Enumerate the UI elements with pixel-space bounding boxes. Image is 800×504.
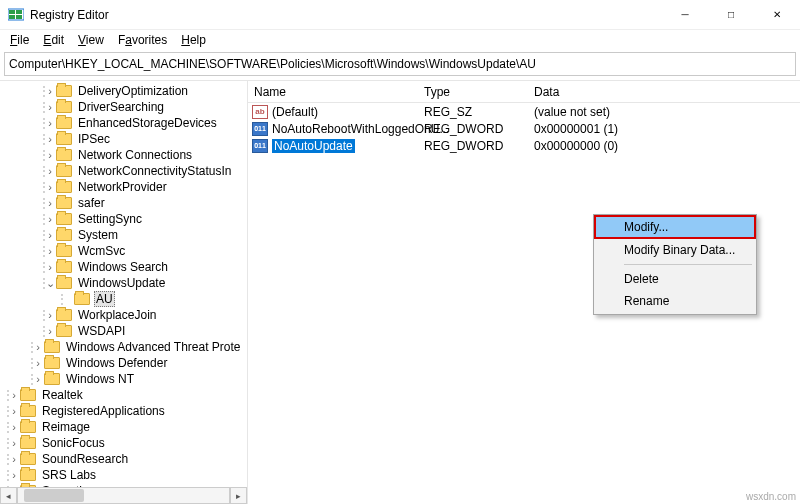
folder-icon	[20, 389, 36, 401]
list-header: Name Type Data	[248, 81, 800, 103]
tree-item[interactable]: ⋮›RegisteredApplications	[0, 403, 247, 419]
folder-icon	[56, 133, 72, 145]
tree-item[interactable]: ⋮›SRS Labs	[0, 467, 247, 483]
folder-icon	[44, 357, 60, 369]
menu-favorites[interactable]: Favorites	[112, 32, 173, 48]
svg-rect-1	[16, 10, 22, 14]
folder-icon	[20, 405, 36, 417]
column-name[interactable]: Name	[248, 85, 418, 99]
menu-view[interactable]: View	[72, 32, 110, 48]
maximize-button[interactable]: □	[708, 0, 754, 30]
title-bar: Registry Editor ─ □ ✕	[0, 0, 800, 30]
window-title: Registry Editor	[30, 8, 662, 22]
folder-icon	[44, 341, 60, 353]
tree-item[interactable]: ⋮›NetworkConnectivityStatusIn	[0, 163, 247, 179]
tree-item[interactable]: ⋮›SettingSync	[0, 211, 247, 227]
folder-icon	[44, 373, 60, 385]
folder-icon	[56, 213, 72, 225]
close-button[interactable]: ✕	[754, 0, 800, 30]
folder-icon	[56, 261, 72, 273]
menu-edit[interactable]: Edit	[37, 32, 70, 48]
tree-item[interactable]: ⋮›DriverSearching	[0, 99, 247, 115]
reg-sz-icon: ab	[252, 105, 268, 119]
folder-icon	[56, 101, 72, 113]
folder-icon	[56, 245, 72, 257]
tree-item[interactable]: ⋮›IPSec	[0, 131, 247, 147]
tree-item[interactable]: ⋮›DeliveryOptimization	[0, 83, 247, 99]
value-row-selected[interactable]: 011NoAutoUpdate REG_DWORD 0x00000000 (0)	[248, 137, 800, 154]
folder-icon	[20, 469, 36, 481]
tree-item[interactable]: ⋮›WSDAPI	[0, 323, 247, 339]
context-menu-separator	[624, 264, 752, 265]
svg-rect-3	[16, 15, 22, 19]
tree-item[interactable]: ⋮›safer	[0, 195, 247, 211]
address-bar[interactable]: Computer\HKEY_LOCAL_MACHINE\SOFTWARE\Pol…	[4, 52, 796, 76]
tree-horizontal-scrollbar[interactable]: ◂ ▸	[0, 487, 247, 504]
folder-icon	[56, 277, 72, 289]
context-menu-modify[interactable]: Modify...	[594, 215, 756, 239]
list-body: ab(Default) REG_SZ (value not set) 011No…	[248, 103, 800, 154]
watermark: wsxdn.com	[746, 491, 796, 502]
tree-item[interactable]: ⋮›Windows Search	[0, 259, 247, 275]
window-controls: ─ □ ✕	[662, 0, 800, 30]
menu-file[interactable]: File	[4, 32, 35, 48]
address-text: Computer\HKEY_LOCAL_MACHINE\SOFTWARE\Pol…	[9, 57, 536, 71]
tree-item-expanded[interactable]: ⋮⌄WindowsUpdate	[0, 275, 247, 291]
tree-item[interactable]: ⋮›WcmSvc	[0, 243, 247, 259]
tree-item[interactable]: ⋮›Windows Defender	[0, 355, 247, 371]
folder-icon	[56, 309, 72, 321]
folder-icon	[56, 117, 72, 129]
folder-icon	[74, 293, 90, 305]
tree-scroll[interactable]: ⋮›DeliveryOptimization ⋮›DriverSearching…	[0, 81, 247, 504]
context-menu-delete[interactable]: Delete	[596, 268, 754, 290]
tree-item[interactable]: ⋮›NetworkProvider	[0, 179, 247, 195]
reg-dword-icon: 011	[252, 122, 268, 136]
folder-icon	[56, 325, 72, 337]
tree-item[interactable]: ⋮›Windows Advanced Threat Prote	[0, 339, 247, 355]
tree-item-selected[interactable]: ⋮AU	[0, 291, 247, 307]
values-pane: Name Type Data ab(Default) REG_SZ (value…	[248, 81, 800, 504]
scroll-left-button[interactable]: ◂	[0, 487, 17, 504]
tree-item[interactable]: ⋮›Network Connections	[0, 147, 247, 163]
scroll-track[interactable]	[17, 487, 230, 504]
minimize-button[interactable]: ─	[662, 0, 708, 30]
value-row[interactable]: 011NoAutoRebootWithLoggedOnU... REG_DWOR…	[248, 120, 800, 137]
tree-item[interactable]: ⋮›SonicFocus	[0, 435, 247, 451]
content-pane: ⋮›DeliveryOptimization ⋮›DriverSearching…	[0, 80, 800, 504]
context-menu: Modify... Modify Binary Data... Delete R…	[593, 214, 757, 315]
tree-item[interactable]: ⋮›SoundResearch	[0, 451, 247, 467]
folder-icon	[56, 85, 72, 97]
menu-help[interactable]: Help	[175, 32, 212, 48]
tree-item[interactable]: ⋮›Windows NT	[0, 371, 247, 387]
folder-icon	[20, 453, 36, 465]
scroll-right-button[interactable]: ▸	[230, 487, 247, 504]
folder-icon	[56, 165, 72, 177]
value-row[interactable]: ab(Default) REG_SZ (value not set)	[248, 103, 800, 120]
folder-icon	[56, 229, 72, 241]
column-data[interactable]: Data	[528, 85, 688, 99]
folder-icon	[20, 421, 36, 433]
svg-rect-2	[9, 15, 15, 19]
context-menu-modify-binary[interactable]: Modify Binary Data...	[596, 239, 754, 261]
tree-item[interactable]: ⋮›System	[0, 227, 247, 243]
folder-icon	[20, 437, 36, 449]
app-icon	[8, 7, 24, 23]
tree-item[interactable]: ⋮›Realtek	[0, 387, 247, 403]
context-menu-rename[interactable]: Rename	[596, 290, 754, 312]
reg-dword-icon: 011	[252, 139, 268, 153]
folder-icon	[56, 149, 72, 161]
column-type[interactable]: Type	[418, 85, 528, 99]
tree-pane: ⋮›DeliveryOptimization ⋮›DriverSearching…	[0, 81, 248, 504]
scroll-thumb[interactable]	[24, 489, 84, 502]
folder-icon	[56, 197, 72, 209]
tree-item[interactable]: ⋮›EnhancedStorageDevices	[0, 115, 247, 131]
menu-bar: File Edit View Favorites Help	[0, 30, 800, 50]
tree-item[interactable]: ⋮›WorkplaceJoin	[0, 307, 247, 323]
svg-rect-0	[9, 10, 15, 14]
folder-icon	[56, 181, 72, 193]
tree-item[interactable]: ⋮›Reimage	[0, 419, 247, 435]
